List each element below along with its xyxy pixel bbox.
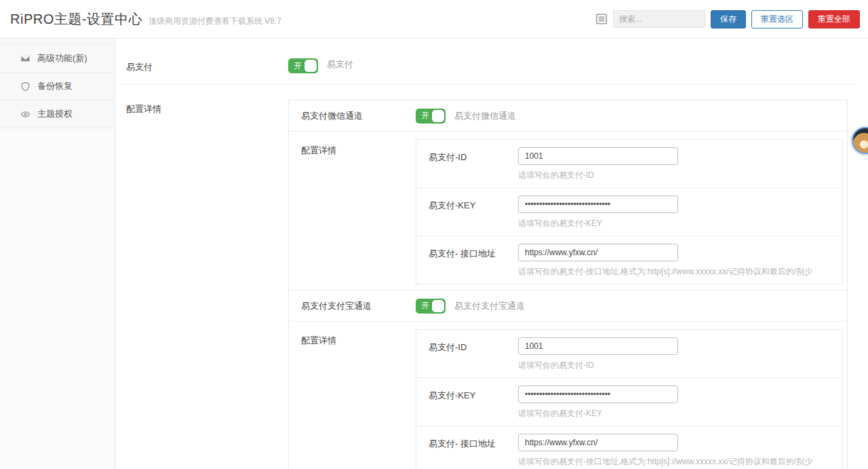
wechat-channel-config-row: 配置详情 易支付-ID 请填写你的易支付-ID 易支付-KEY 请填写 (289, 132, 847, 290)
field-main: 请填写你的易支付-ID (518, 337, 678, 371)
field-main: 请填写你的易支付-KEY (518, 386, 678, 419)
save-button[interactable]: 保存 (711, 10, 746, 29)
yipay-api-url-label: 易支付- 接口地址 (429, 244, 518, 278)
sidebar-item-label: 主题授权 (37, 108, 73, 120)
yipay-toggle-switch[interactable]: 开 (288, 58, 318, 73)
setting-label-yipay: 易支付 (116, 58, 288, 84)
sidebar: 底部设置 高级功能(新) 备份恢复 主题授权 (0, 39, 115, 469)
wechat-channel-toggle-row: 易支付微信通道 开 易支付微信通道 (289, 100, 847, 132)
field-row-yipay-id: 易支付-ID 请填写你的易支付-ID (416, 140, 842, 188)
setting-label-config-details: 配置详情 (116, 100, 288, 469)
menu-list-icon[interactable] (595, 14, 608, 24)
yipay-id-label: 易支付-ID (429, 147, 518, 181)
header-controls: 保存 重置选区 重置全部 (595, 10, 860, 29)
alipay-channel-config-row: 配置详情 易支付-ID 请填写你的易支付-ID 易支付-KEY 请填写 (289, 322, 847, 469)
field-row-yipay-key: 易支付-KEY 请填写你的易支付-KEY (416, 378, 842, 426)
page-subtitle: 顶级商用资源付费查看下载系统 V8.7 (149, 16, 281, 27)
shield-icon (20, 81, 31, 92)
eye-icon (20, 109, 31, 119)
toggle-on-text: 开 (421, 110, 429, 121)
app-header: RiPRO主题-设置中心 顶级商用资源付费查看下载系统 V8.7 保存 重置选区… (0, 0, 868, 39)
title-wrap: RiPRO主题-设置中心 顶级商用资源付费查看下载系统 V8.7 (10, 10, 281, 29)
wechat-channel-toggle-switch[interactable]: 开 (416, 109, 446, 124)
wechat-channel-label: 易支付微信通道 (301, 110, 416, 122)
alipay-channel-fields-box: 易支付-ID 请填写你的易支付-ID 易支付-KEY 请填写你的易支付-KEY (416, 329, 843, 469)
field-row-yipay-id: 易支付-ID 请填写你的易支付-ID (416, 330, 842, 378)
toggle-knob (432, 110, 444, 122)
yipay-api-url-label: 易支付- 接口地址 (429, 434, 518, 468)
toggle-on-text: 开 (421, 300, 429, 312)
toggle-side-label: 易支付 (327, 58, 353, 84)
field-row-yipay-api-url: 易支付- 接口地址 请填写你的易支付-接口地址,格式为:http[s]://ww… (416, 236, 842, 284)
payment-config-panel: 易支付微信通道 开 易支付微信通道 配置详情 易支付-ID 请填写你的易支付-I… (288, 100, 848, 469)
yipay-id-hint: 请填写你的易支付-ID (518, 360, 678, 371)
sidebar-item-label: 备份恢复 (37, 80, 73, 92)
field-main: 请填写你的易支付-接口地址,格式为:http[s]://www.xxxxx.xx… (518, 244, 812, 278)
alipay-channel-toggle-switch[interactable]: 开 (416, 299, 446, 314)
toggle-knob (304, 60, 317, 72)
yipay-id-hint: 请填写你的易支付-ID (518, 170, 678, 181)
yipay-api-url-hint: 请填写你的易支付-接口地址,格式为:http[s]://www.xxxxx.xx… (518, 456, 812, 468)
yipay-key-hint: 请填写你的易支付-KEY (518, 408, 678, 419)
config-details-row: 配置详情 易支付微信通道 开 易支付微信通道 配置详情 易支付-ID (116, 100, 868, 469)
yipay-id-input[interactable] (518, 337, 678, 355)
sidebar-item-footer-settings[interactable]: 底部设置 (0, 39, 115, 45)
yipay-key-hint: 请填写你的易支付-KEY (518, 218, 678, 229)
search-input[interactable] (613, 10, 705, 28)
field-main: 请填写你的易支付-ID (518, 147, 678, 181)
yipay-id-label: 易支付-ID (429, 337, 518, 371)
sidebar-item-backup-restore[interactable]: 备份恢复 (0, 73, 115, 100)
main-content: 易支付 开 易支付 配置详情 易支付微信通道 开 易支付微信通道 配置详情 (116, 39, 868, 469)
sidebar-item-theme-license[interactable]: 主题授权 (0, 100, 115, 128)
config-details-label: 配置详情 (301, 139, 416, 284)
yipay-api-url-input[interactable] (518, 434, 678, 451)
toggle-side-label: 易支付支付宝通道 (454, 300, 525, 312)
master-toggle-row: 易支付 开 易支付 (116, 48, 858, 85)
reset-section-button[interactable]: 重置选区 (751, 10, 803, 29)
envelope-icon (20, 54, 31, 64)
sidebar-item-advanced-features[interactable]: 高级功能(新) (0, 45, 115, 73)
field-row-yipay-api-url: 易支付- 接口地址 请填写你的易支付-接口地址,格式为:http[s]://ww… (416, 426, 842, 469)
yipay-api-url-input[interactable] (518, 244, 678, 261)
sidebar-item-label: 高级功能(新) (37, 52, 87, 64)
reset-all-button[interactable]: 重置全部 (808, 10, 860, 29)
yipay-key-input[interactable] (518, 195, 678, 213)
yipay-key-input[interactable] (518, 386, 678, 403)
wechat-channel-fields-box: 易支付-ID 请填写你的易支付-ID 易支付-KEY 请填写你的易支付-KEY (416, 139, 843, 284)
toggle-on-text: 开 (294, 60, 302, 72)
toggle-side-label: 易支付微信通道 (454, 110, 516, 122)
alipay-channel-toggle-row: 易支付支付宝通道 开 易支付支付宝通道 (289, 290, 847, 322)
yipay-id-input[interactable] (518, 147, 678, 165)
page-title: RiPRO主题-设置中心 (10, 10, 142, 29)
yipay-key-label: 易支付-KEY (429, 386, 518, 419)
yipay-api-url-hint: 请填写你的易支付-接口地址,格式为:http[s]://www.xxxxx.xx… (518, 266, 812, 278)
field-main: 请填写你的易支付-接口地址,格式为:http[s]://www.xxxxx.xx… (518, 434, 812, 468)
yipay-key-label: 易支付-KEY (429, 195, 518, 229)
alipay-channel-label: 易支付支付宝通道 (301, 300, 416, 312)
config-details-label: 配置详情 (301, 329, 416, 469)
field-row-yipay-key: 易支付-KEY 请填写你的易支付-KEY (416, 188, 842, 236)
toggle-knob (432, 300, 444, 312)
field-main: 请填写你的易支付-KEY (518, 195, 678, 229)
